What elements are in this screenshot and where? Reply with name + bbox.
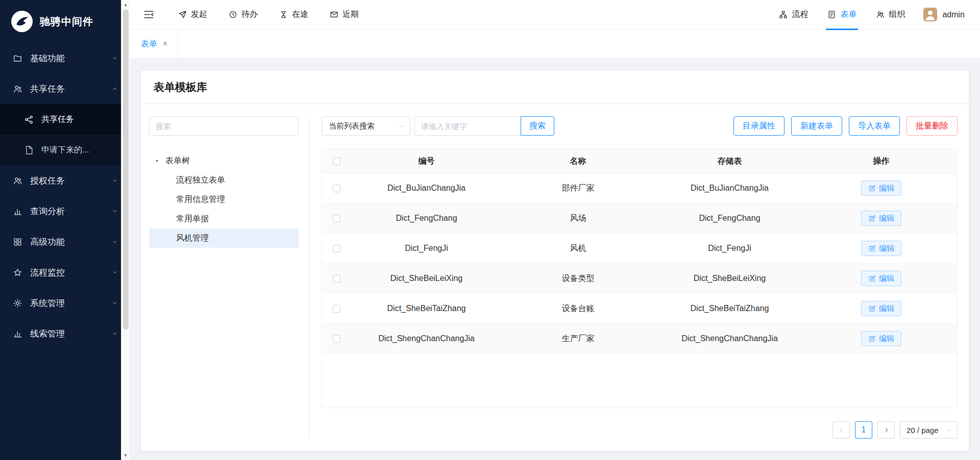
scrollbar-thumb[interactable] xyxy=(123,9,129,329)
brand-name: 驰骋中间件 xyxy=(40,15,93,29)
people-icon xyxy=(13,176,22,186)
sidebar-item-4[interactable]: 高级功能 xyxy=(0,226,130,257)
scroll-up-icon[interactable]: ▲ xyxy=(124,2,128,8)
sidebar-item-label: 线索管理 xyxy=(30,328,65,340)
send-icon xyxy=(178,10,187,19)
sidebar-item-6[interactable]: 系统管理 xyxy=(0,288,130,318)
col-header-name: 名称 xyxy=(502,149,654,173)
operation-cell: 编辑 xyxy=(805,203,957,233)
app: 驰骋中间件 基础功能共享任务共享任务申请下来的...授权任务查询分析高级功能流程… xyxy=(0,0,980,460)
tree-search-input[interactable] xyxy=(149,116,299,136)
tab-form[interactable]: 表单 × xyxy=(131,30,178,58)
sidebar-item-1[interactable]: 共享任务 xyxy=(0,73,130,104)
chevron-down-icon xyxy=(111,55,118,62)
menu-fold-icon[interactable] xyxy=(143,9,155,20)
sidebar-item-3[interactable]: 查询分析 xyxy=(0,196,130,226)
module-label: 表单 xyxy=(840,9,856,20)
cell-id: Dict_BuJianChangJia xyxy=(351,173,502,203)
hourglass-icon xyxy=(279,10,288,19)
row-checkbox[interactable] xyxy=(333,275,340,283)
table-row-1: Dict_FengChang风场Dict_FengChang编辑 xyxy=(322,203,957,234)
pagination: 1 20 / page xyxy=(322,421,958,439)
search-button[interactable]: 搜索 xyxy=(521,116,554,136)
sidebar-item-2[interactable]: 授权任务 xyxy=(0,165,130,196)
star-icon xyxy=(13,268,22,277)
cell-name: 部件厂家 xyxy=(502,173,654,203)
chevron-down-icon xyxy=(111,269,118,276)
tree-node-1[interactable]: 常用信息管理 xyxy=(149,190,299,209)
chevron-down-icon xyxy=(111,330,118,337)
edit-button[interactable]: 编辑 xyxy=(861,241,901,256)
flow-icon xyxy=(779,10,788,19)
sidebar-subitem-1[interactable]: 申请下来的... xyxy=(0,135,130,165)
tree-node-3[interactable]: 风机管理 xyxy=(149,228,299,248)
table-row-2: Dict_FengJi风机Dict_FengJi编辑 xyxy=(322,234,957,264)
row-checkbox[interactable] xyxy=(333,245,340,252)
edit-button[interactable]: 编辑 xyxy=(861,331,901,346)
top-nav-send[interactable]: 发起 xyxy=(178,9,207,20)
edit-icon xyxy=(868,245,876,252)
search-scope-select[interactable]: 当前列表搜索 xyxy=(322,116,410,136)
sidebar-scrollbar[interactable]: ▲ ▼ xyxy=(121,0,130,460)
module-nav: 流程表单组织 xyxy=(779,0,905,30)
new-form-button[interactable]: 新建表单 xyxy=(791,116,842,136)
edit-label: 编辑 xyxy=(879,244,894,253)
chart-icon xyxy=(13,207,22,216)
cell-store: Dict_SheBeiLeiXing xyxy=(654,264,805,293)
module-form[interactable]: 表单 xyxy=(827,0,856,30)
import-form-button[interactable]: 导入表单 xyxy=(849,116,900,136)
edit-button[interactable]: 编辑 xyxy=(861,211,901,226)
page-size-select[interactable]: 20 / page xyxy=(900,421,958,439)
tree-node-0[interactable]: 流程独立表单 xyxy=(149,170,299,190)
checkbox-cell xyxy=(322,294,351,323)
edit-label: 编辑 xyxy=(879,334,894,344)
checkbox-cell xyxy=(322,173,351,203)
edit-button[interactable]: 编辑 xyxy=(861,271,901,286)
sidebar-subitem-0[interactable]: 共享任务 xyxy=(0,104,130,135)
row-checkbox[interactable] xyxy=(333,185,340,192)
close-icon[interactable]: × xyxy=(163,40,167,48)
cell-store: Dict_ShengChanChangJia xyxy=(654,324,805,353)
row-checkbox[interactable] xyxy=(333,215,340,222)
select-all-checkbox[interactable] xyxy=(333,158,340,165)
checkbox-cell xyxy=(322,234,351,263)
top-nav-clock[interactable]: 待办 xyxy=(229,9,258,20)
top-nav-mail[interactable]: 近期 xyxy=(330,9,359,20)
module-org[interactable]: 组织 xyxy=(876,0,905,30)
table-row-3: Dict_SheBeiLeiXing设备类型Dict_SheBeiLeiXing… xyxy=(322,264,957,294)
scroll-down-icon[interactable]: ▼ xyxy=(124,452,128,458)
sidebar-item-0[interactable]: 基础功能 xyxy=(0,43,130,73)
top-nav-hourglass[interactable]: 在途 xyxy=(279,9,308,20)
cell-id: Dict_SheBeiLeiXing xyxy=(351,264,502,293)
sidebar-item-label: 系统管理 xyxy=(30,297,65,309)
batch-delete-button[interactable]: 批量删除 xyxy=(906,116,958,136)
module-flow[interactable]: 流程 xyxy=(779,0,808,30)
search-scope-value: 当前列表搜索 xyxy=(329,121,375,131)
user-menu[interactable]: admin xyxy=(923,8,965,21)
row-checkbox[interactable] xyxy=(333,305,340,313)
sidebar-item-5[interactable]: 流程监控 xyxy=(0,257,130,288)
people-icon xyxy=(13,84,22,94)
row-checkbox[interactable] xyxy=(333,335,340,343)
table-panel: 当前列表搜索 搜索 目录属性新建表单导入表单批量删除 xyxy=(309,116,969,439)
edit-label: 编辑 xyxy=(879,214,894,223)
checkbox-cell xyxy=(322,264,351,293)
directory-props-button[interactable]: 目录属性 xyxy=(733,116,785,136)
edit-button[interactable]: 编辑 xyxy=(861,181,901,196)
next-page-button[interactable] xyxy=(877,421,895,439)
top-nav: 发起待办在途近期 xyxy=(178,9,359,20)
sidebar-item-7[interactable]: 线索管理 xyxy=(0,318,130,349)
cell-id: Dict_FengChang xyxy=(351,203,502,233)
cell-store: Dict_FengJi xyxy=(654,234,805,263)
edit-icon xyxy=(868,275,876,283)
tab-label: 表单 xyxy=(141,39,157,49)
form-icon xyxy=(827,10,836,19)
tree-node-root[interactable]: 表单树 xyxy=(149,151,299,170)
prev-page-button[interactable] xyxy=(832,421,850,439)
tree-node-2[interactable]: 常用单据 xyxy=(149,209,299,228)
edit-button[interactable]: 编辑 xyxy=(861,301,901,316)
page-number-button[interactable]: 1 xyxy=(855,421,872,439)
keyword-search-group: 搜索 xyxy=(414,116,554,136)
keyword-input[interactable] xyxy=(414,116,521,136)
cell-name: 设备类型 xyxy=(502,264,654,293)
